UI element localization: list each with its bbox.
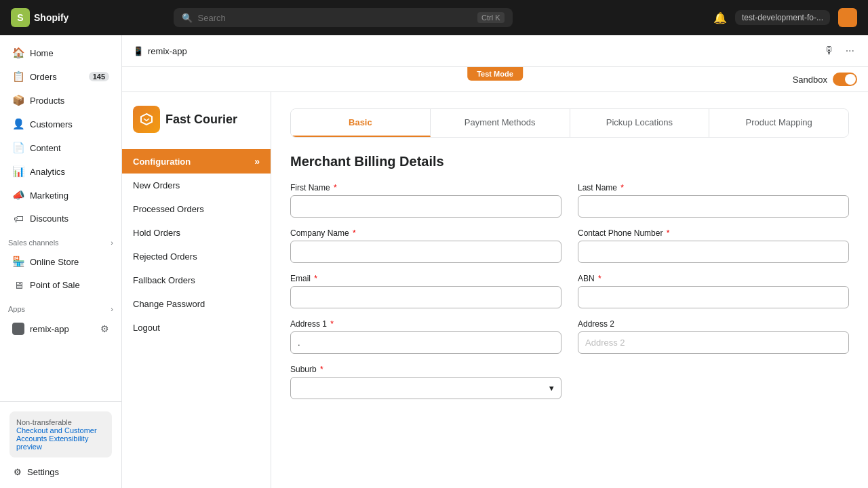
fc-menu-label: Configuration xyxy=(133,157,191,167)
products-icon: 📦 xyxy=(12,94,24,106)
fc-menu-fallback-orders[interactable]: Fallback Orders xyxy=(122,268,271,292)
non-transferable-title: Non-transferable xyxy=(16,418,72,426)
content-icon: 📄 xyxy=(12,142,24,154)
email-field: Email * xyxy=(290,274,561,308)
email-input[interactable] xyxy=(290,286,561,308)
pos-icon: 🖥 xyxy=(12,279,24,291)
email-label: Email * xyxy=(290,274,561,283)
address2-label: Address 2 xyxy=(578,319,849,329)
sidebar-item-marketing[interactable]: 📣 Marketing xyxy=(4,184,117,207)
sidebar-item-products[interactable]: 📦 Products xyxy=(4,89,117,112)
avatar[interactable] xyxy=(838,8,857,27)
contact-phone-label: Contact Phone Number * xyxy=(578,228,849,238)
fc-menu-processed-orders[interactable]: Processed Orders xyxy=(122,197,271,221)
search-bar[interactable]: 🔍 Ctrl K xyxy=(174,8,513,27)
settings-icon: ⚙ xyxy=(14,467,22,477)
sidebar-item-label: Customers xyxy=(30,119,73,129)
address2-input[interactable] xyxy=(578,331,849,354)
sidebar-item-label: Marketing xyxy=(30,190,68,201)
marketing-icon: 📣 xyxy=(12,189,24,201)
fc-menu-configuration[interactable]: Configuration » xyxy=(122,149,271,174)
last-name-required: * xyxy=(618,183,624,192)
sidebar-item-pos[interactable]: 🖥 Point of Sale xyxy=(4,274,117,296)
fc-menu-rejected-orders[interactable]: Rejected Orders xyxy=(122,245,271,268)
main-content: 📱 remix-app 🎙 ··· Test Mode Sandbox xyxy=(122,35,868,488)
toggle-knob xyxy=(845,74,856,85)
first-name-input[interactable] xyxy=(290,195,561,218)
customers-icon: 👤 xyxy=(12,118,24,130)
sidebar-item-settings[interactable]: ⚙ Settings xyxy=(5,462,116,483)
fc-menu-label: Rejected Orders xyxy=(133,251,197,262)
fc-logo-icon xyxy=(133,106,160,133)
apps-section: remix-app ⚙ xyxy=(0,316,121,342)
fc-menu-change-password[interactable]: Change Password xyxy=(122,292,271,316)
discounts-icon: 🏷 xyxy=(12,213,24,224)
sidebar-item-label: Products xyxy=(30,96,64,106)
address1-input[interactable] xyxy=(290,331,561,354)
suburb-select[interactable]: ▾ xyxy=(290,377,561,399)
fc-menu-logout[interactable]: Logout xyxy=(122,316,271,340)
tab-basic[interactable]: Basic xyxy=(291,109,431,137)
app-settings-icon[interactable]: ⚙ xyxy=(100,323,109,334)
sidebar-item-label: Orders xyxy=(30,72,57,82)
tab-payment-methods[interactable]: Payment Methods xyxy=(431,109,570,137)
breadcrumb-bar: 📱 remix-app 🎙 ··· xyxy=(122,35,868,67)
abn-label: ABN * xyxy=(578,274,849,283)
store-name: test-development-fo-... xyxy=(742,13,823,22)
fc-logo-text: Fast Courier xyxy=(165,113,237,127)
sidebar-item-orders[interactable]: 📋 Orders 145 xyxy=(4,65,117,88)
breadcrumb: 📱 remix-app xyxy=(133,46,187,56)
address1-field: Address 1 * xyxy=(290,319,561,354)
suburb-label: Suburb * xyxy=(290,365,561,374)
fc-tabs: Basic Payment Methods Pickup Locations P… xyxy=(290,108,849,138)
notifications-bell-icon[interactable]: 🔔 xyxy=(713,12,727,24)
store-selector[interactable]: test-development-fo-... xyxy=(735,10,830,25)
sandbox-toggle[interactable] xyxy=(833,73,857,86)
fc-menu-hold-orders[interactable]: Hold Orders xyxy=(122,221,271,245)
contact-phone-input[interactable] xyxy=(578,241,849,263)
sidebar-item-discounts[interactable]: 🏷 Discounts xyxy=(4,207,117,230)
fc-menu-arrow-icon: » xyxy=(254,156,260,167)
tab-product-mapping-label: Product Mapping xyxy=(745,117,812,127)
sidebar-item-analytics[interactable]: 📊 Analytics xyxy=(4,160,117,183)
last-name-input[interactable] xyxy=(578,195,849,218)
sidebar-item-customers[interactable]: 👤 Customers xyxy=(4,113,117,136)
shopify-logo-icon: S xyxy=(11,8,30,27)
search-input[interactable] xyxy=(198,13,473,23)
sandbox-label: Sandbox xyxy=(793,75,827,85)
search-shortcut: Ctrl K xyxy=(477,12,505,23)
fc-menu-label: Fallback Orders xyxy=(133,275,195,285)
tab-pickup-locations-label: Pickup Locations xyxy=(606,117,673,127)
non-transferable-link[interactable]: Checkout and Customer Accounts Extensibi… xyxy=(16,426,97,451)
suburb-field: Suburb * ▾ xyxy=(290,365,561,399)
fc-menu-label: New Orders xyxy=(133,180,180,190)
app-breadcrumb-icon: 📱 xyxy=(133,46,144,56)
fc-logo: Fast Courier xyxy=(122,106,271,149)
orders-badge: 145 xyxy=(89,72,109,81)
sidebar-item-remix-app[interactable]: remix-app ⚙ xyxy=(4,319,117,339)
last-name-field: Last Name * xyxy=(578,183,849,218)
chevron-down-icon: ▾ xyxy=(549,383,554,393)
fc-menu-label: Processed Orders xyxy=(133,204,204,214)
shopify-brand-name: Shopify xyxy=(34,12,68,23)
non-transferable-banner: Non-transferable Checkout and Customer A… xyxy=(9,411,112,458)
expand-icon[interactable]: › xyxy=(111,239,113,247)
expand-apps-icon[interactable]: › xyxy=(111,305,113,313)
company-name-input[interactable] xyxy=(290,241,561,263)
microphone-button[interactable]: 🎙 xyxy=(821,42,837,60)
app-frame: Test Mode Sandbox xyxy=(122,67,868,488)
fc-menu-label: Hold Orders xyxy=(133,228,180,238)
fc-menu-new-orders[interactable]: New Orders xyxy=(122,174,271,197)
abn-input[interactable] xyxy=(578,286,849,308)
more-options-button[interactable]: ··· xyxy=(843,42,857,60)
settings-label: Settings xyxy=(27,467,59,477)
first-name-field: First Name * xyxy=(290,183,561,218)
orders-icon: 📋 xyxy=(12,70,24,83)
sidebar-item-home[interactable]: 🏠 Home xyxy=(4,41,117,64)
fc-menu-label: Change Password xyxy=(133,299,205,309)
sidebar-item-content[interactable]: 📄 Content xyxy=(4,136,117,159)
tab-product-mapping[interactable]: Product Mapping xyxy=(709,109,848,137)
search-icon: 🔍 xyxy=(182,13,193,23)
sidebar-item-online-store[interactable]: 🏪 Online Store xyxy=(4,250,117,273)
tab-pickup-locations[interactable]: Pickup Locations xyxy=(570,109,710,137)
